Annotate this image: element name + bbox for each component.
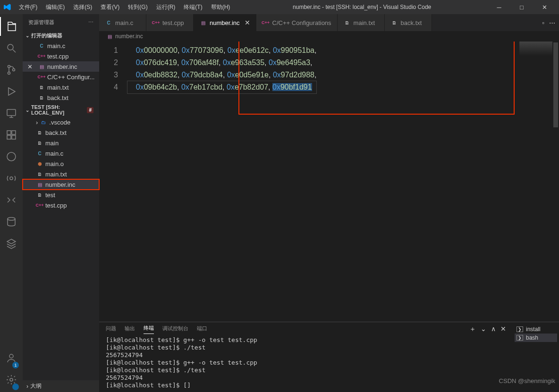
panel-close-icon[interactable]: ✕ — [500, 325, 506, 334]
svg-rect-7 — [7, 135, 11, 139]
panel-tab[interactable]: 终端 — [144, 325, 154, 334]
file-tree-item[interactable]: 🗎test — [23, 190, 99, 200]
tab-label: main.txt — [354, 19, 375, 26]
github-icon[interactable] — [0, 147, 23, 166]
terminal-list-item[interactable]: ❯bash — [515, 334, 557, 342]
remote-explorer-icon[interactable] — [0, 104, 23, 123]
menu-item[interactable]: 转到(G) — [124, 1, 151, 13]
editor-tab[interactable]: C++test.cpp — [146, 14, 194, 31]
file-label: main — [45, 140, 59, 147]
search-icon[interactable] — [0, 39, 23, 58]
menu-bar: 文件(F)编辑(E)选择(S)查看(V)转到(G)运行(R)终端(T)帮助(H) — [15, 1, 234, 13]
file-tree-item[interactable]: ▤number.inc — [23, 179, 99, 190]
open-editor-item[interactable]: C++C/C++ Configur... — [23, 72, 99, 82]
panel-tab[interactable]: 端口 — [197, 325, 207, 334]
editor-tab[interactable]: 🗎main.txt — [338, 14, 385, 31]
panel-tab[interactable]: 问题 — [106, 325, 116, 334]
vertical-scrollbar[interactable] — [552, 42, 559, 322]
editor-tab[interactable]: ▤number.inc✕ — [194, 14, 256, 31]
cpp-file-icon: C++ — [152, 19, 160, 26]
split-editor-icon[interactable]: ▫ — [542, 19, 544, 26]
modified-badge: # — [87, 107, 93, 113]
minimap[interactable] — [519, 42, 552, 56]
tab-label: main.c — [115, 19, 133, 26]
open-editor-item[interactable]: ✕▤number.inc — [23, 61, 99, 72]
settings-badge — [12, 384, 19, 390]
c-file-icon: C — [105, 19, 112, 26]
open-editor-item[interactable]: 🗎main.txt — [23, 82, 99, 92]
cpp-file-icon: C++ — [38, 52, 45, 60]
open-editor-item[interactable]: C++test.cpp — [23, 51, 99, 61]
live-icon[interactable] — [0, 169, 23, 188]
explorer-icon[interactable] — [0, 17, 23, 36]
editor-tab[interactable]: C++C/C++ Configurations — [256, 14, 338, 31]
editor[interactable]: 1234 0x00000000, 0x77073096, 0xee0e612c,… — [99, 42, 559, 322]
file-tree-item[interactable]: 🗎main — [23, 138, 99, 148]
new-terminal-icon[interactable]: ＋ — [469, 325, 476, 334]
file-tree-item[interactable]: ⬢main.o — [23, 158, 99, 169]
open-editors-header[interactable]: ⌄ 打开的编辑器 — [23, 31, 99, 41]
remote-icon[interactable] — [0, 191, 23, 209]
extensions-icon[interactable] — [0, 125, 23, 144]
panel-tab[interactable]: 输出 — [125, 325, 135, 334]
minimize-button[interactable]: ─ — [490, 0, 508, 14]
svg-rect-6 — [12, 131, 16, 134]
tab-label: C/C++ Configurations — [272, 19, 331, 26]
terminal-output[interactable]: [ik@localhost test]$ g++ -o test test.cp… — [99, 336, 513, 389]
scroll-thumb[interactable] — [553, 42, 558, 127]
menu-item[interactable]: 终端(T) — [180, 1, 206, 13]
database-icon[interactable] — [0, 212, 23, 231]
file-label: back.txt — [47, 94, 68, 101]
sidebar: 资源管理器 ⋯ ⌄ 打开的编辑器 Cmain.cC++test.cpp✕▤num… — [23, 14, 99, 392]
inc-file-icon: ▤ — [38, 63, 45, 70]
svg-rect-5 — [7, 131, 11, 134]
titlebar: 文件(F)编辑(E)选择(S)查看(V)转到(G)运行(R)终端(T)帮助(H)… — [0, 0, 559, 14]
workspace-header[interactable]: ⌄ TEST [SSH: LOCAL_ENV] # — [23, 103, 99, 117]
terminal-dropdown-icon[interactable]: ⌄ — [481, 325, 486, 334]
code-content[interactable]: 0x00000000, 0x77073096, 0xee0e612c, 0x99… — [127, 42, 316, 322]
outline-section[interactable]: › 大纲 — [23, 380, 99, 392]
terminal-list-item[interactable]: ❯install — [515, 325, 557, 334]
menu-item[interactable]: 选择(S) — [69, 1, 96, 13]
menu-item[interactable]: 查看(V) — [97, 1, 123, 13]
menu-item[interactable]: 编辑(E) — [42, 1, 68, 13]
file-tree-item[interactable]: C++test.cpp — [23, 200, 99, 210]
editor-tab[interactable]: 🗎back.txt — [385, 14, 432, 31]
open-editor-item[interactable]: Cmain.c — [23, 41, 99, 51]
file-tree-item[interactable]: 🗎main.txt — [23, 169, 99, 179]
file-label: back.txt — [45, 129, 67, 136]
bin-file-icon: 🗎 — [36, 191, 43, 199]
menu-item[interactable]: 帮助(H) — [207, 1, 234, 13]
layers-icon[interactable] — [0, 234, 23, 253]
panel-maximize-icon[interactable]: ∧ — [491, 325, 496, 334]
file-tree-item[interactable]: ›🗀.vscode — [23, 117, 99, 127]
panel-tab[interactable]: 调试控制台 — [162, 325, 188, 334]
menu-item[interactable]: 文件(F) — [15, 1, 41, 13]
maximize-button[interactable]: □ — [513, 0, 531, 14]
close-icon[interactable]: ✕ — [245, 19, 250, 26]
editor-tabs: Cmain.cC++test.cpp▤number.inc✕C++C/C++ C… — [99, 14, 559, 31]
cpp-conf-file-icon: C++ — [38, 73, 45, 81]
file-label: test.cpp — [45, 202, 67, 209]
terminal-icon: ❯ — [517, 326, 523, 332]
run-debug-icon[interactable] — [0, 82, 23, 101]
sidebar-more-icon[interactable]: ⋯ — [88, 19, 93, 25]
more-icon[interactable]: ⋯ — [549, 19, 555, 26]
file-label: main.o — [45, 160, 64, 167]
file-label: main.c — [47, 42, 65, 50]
close-window-button[interactable]: ✕ — [535, 0, 553, 14]
editor-tab[interactable]: Cmain.c — [99, 14, 146, 31]
close-icon[interactable]: ✕ — [27, 63, 33, 70]
sidebar-title: 资源管理器 — [28, 19, 54, 26]
breadcrumb[interactable]: ▤ number.inc — [99, 31, 559, 42]
menu-item[interactable]: 运行(R) — [152, 1, 179, 13]
file-tree-item[interactable]: 🗎back.txt — [23, 127, 99, 138]
file-tree-item[interactable]: Cmain.c — [23, 148, 99, 158]
chevron-down-icon: ⌄ — [25, 33, 29, 38]
file-label: test — [45, 192, 55, 199]
open-editor-item[interactable]: 🗎back.txt — [23, 92, 99, 103]
settings-gear-icon[interactable] — [0, 370, 23, 389]
file-tree: ›🗀.vscode🗎back.txt🗎mainCmain.c⬢main.o🗎ma… — [23, 117, 99, 210]
source-control-icon[interactable] — [0, 60, 23, 79]
account-icon[interactable]: 1 — [0, 349, 23, 367]
